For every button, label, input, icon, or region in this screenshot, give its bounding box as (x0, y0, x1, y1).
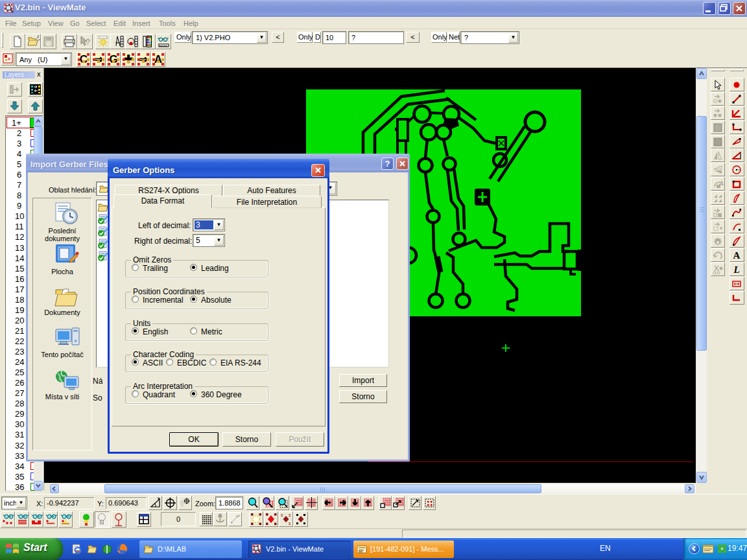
svg-text:L: L (733, 264, 739, 275)
svg-text:?: ? (86, 38, 90, 47)
svg-text:s: s (289, 513, 291, 517)
svg-text:s: s (289, 521, 291, 526)
svg-text:A: A (733, 250, 741, 261)
svg-text:s: s (281, 513, 283, 517)
